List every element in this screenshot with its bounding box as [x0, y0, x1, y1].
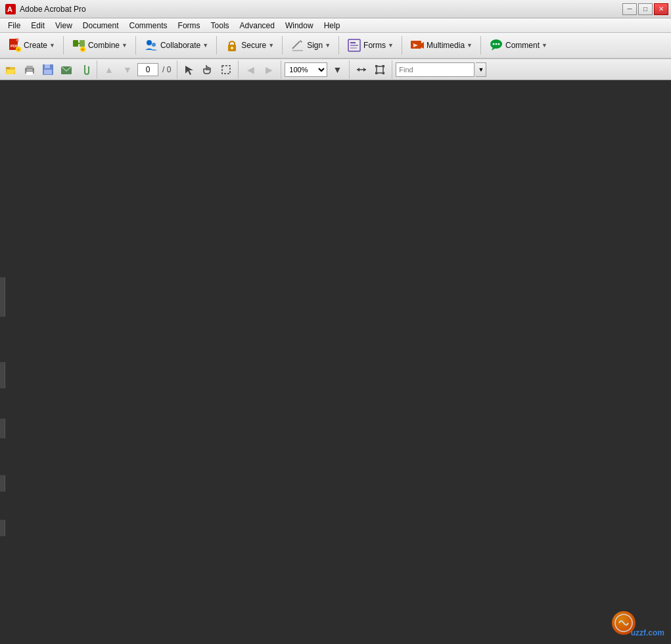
- multimedia-button[interactable]: Multimedia ▼: [405, 35, 477, 56]
- next-page-button[interactable]: ▼: [119, 62, 136, 78]
- left-panel-indicator: [0, 277, 5, 317]
- multimedia-arrow: ▼: [467, 42, 473, 49]
- combine-button[interactable]: + Combine ▼: [67, 35, 132, 56]
- sec-sep2: [177, 60, 177, 79]
- comment-arrow: ▼: [542, 42, 547, 49]
- svg-rect-38: [45, 64, 50, 68]
- menu-edit[interactable]: Edit: [26, 18, 50, 32]
- menu-document[interactable]: Document: [78, 18, 124, 32]
- window-controls: ─ □ ✕: [622, 3, 668, 15]
- main-toolbar: PDF + Create ▼ + Combine ▼: [0, 33, 671, 59]
- sec-sep6: [392, 60, 392, 79]
- secondary-toolbar: ▲ ▼ 0 / 0 ◀ ▶ 50% 75% 100% 125% 150% 200…: [0, 59, 671, 80]
- title-bar: A Adobe Acrobat Pro ─ □ ✕: [0, 0, 671, 18]
- create-button[interactable]: PDF + Create ▼: [3, 35, 60, 56]
- combine-label: Combine: [88, 41, 120, 50]
- minimize-button[interactable]: ─: [622, 3, 637, 15]
- fit-width-button[interactable]: [353, 62, 370, 78]
- sign-button[interactable]: Sign ▼: [286, 35, 335, 56]
- app-title: Adobe Acrobat Pro: [20, 5, 666, 14]
- forms-arrow: ▼: [388, 42, 394, 49]
- secure-label: Secure: [241, 41, 266, 50]
- svg-text:A: A: [7, 5, 12, 13]
- collaborate-arrow: ▼: [202, 42, 208, 49]
- select-area-button[interactable]: [218, 62, 235, 78]
- sign-arrow: ▼: [325, 42, 331, 49]
- watermark: uzzf.com: [612, 611, 664, 637]
- svg-rect-46: [377, 66, 383, 73]
- open-button[interactable]: [3, 62, 20, 78]
- save-button[interactable]: [39, 62, 57, 78]
- zoom-arrow-button[interactable]: ▼: [329, 62, 346, 78]
- svg-rect-35: [26, 72, 33, 75]
- svg-text:+: +: [17, 47, 20, 53]
- svg-point-12: [147, 40, 152, 45]
- svg-point-28: [492, 43, 494, 45]
- svg-marker-44: [357, 68, 359, 72]
- attach-button[interactable]: [76, 62, 93, 78]
- forms-label: Forms: [363, 41, 386, 50]
- forms-button[interactable]: Forms ▼: [342, 35, 398, 56]
- combine-arrow: ▼: [122, 42, 127, 49]
- main-content: uzzf.com: [0, 80, 671, 644]
- menu-window[interactable]: Window: [280, 18, 319, 32]
- menu-help[interactable]: Help: [319, 18, 346, 32]
- menu-tools[interactable]: Tools: [206, 18, 235, 32]
- email-button[interactable]: [58, 62, 75, 78]
- svg-marker-24: [421, 42, 424, 49]
- secure-arrow: ▼: [268, 42, 274, 49]
- menu-forms[interactable]: Forms: [173, 18, 206, 32]
- multimedia-label: Multimedia: [427, 41, 465, 50]
- left-panel-indicator4: [0, 475, 5, 492]
- sign-label: Sign: [307, 41, 323, 50]
- svg-rect-36: [27, 70, 32, 70]
- close-button[interactable]: ✕: [654, 3, 668, 15]
- hand-tool-button[interactable]: [199, 62, 216, 78]
- find-input[interactable]: [396, 62, 474, 77]
- sep7: [480, 36, 481, 55]
- create-icon: PDF +: [7, 38, 22, 53]
- svg-rect-3: [16, 39, 18, 41]
- create-arrow: ▼: [49, 42, 55, 49]
- collaborate-button[interactable]: Collaborate ▼: [139, 35, 213, 56]
- svg-rect-17: [300, 40, 302, 43]
- left-panel-indicator2: [0, 362, 5, 388]
- svg-rect-34: [26, 66, 33, 68]
- page-total: / 0: [160, 65, 174, 74]
- app-icon: A: [5, 4, 16, 14]
- svg-marker-45: [363, 68, 366, 72]
- sign-icon: [290, 38, 305, 53]
- maximize-button[interactable]: □: [638, 3, 653, 15]
- sec-sep3: [238, 60, 239, 79]
- print-button[interactable]: [21, 62, 38, 78]
- svg-point-30: [497, 43, 499, 45]
- menu-comments[interactable]: Comments: [124, 18, 173, 32]
- left-panel-indicator5: [0, 520, 5, 536]
- svg-rect-21: [350, 45, 358, 46]
- create-label: Create: [24, 41, 47, 50]
- combine-icon: +: [72, 38, 86, 53]
- comment-button[interactable]: Comment ▼: [484, 35, 552, 56]
- menu-advanced[interactable]: Advanced: [235, 18, 280, 32]
- watermark-text: uzzf.com: [631, 628, 664, 637]
- collaborate-icon: [144, 38, 158, 53]
- fit-page-button[interactable]: [371, 62, 388, 78]
- multimedia-icon: [410, 38, 425, 53]
- back-button[interactable]: ◀: [242, 62, 259, 78]
- sep2: [135, 36, 136, 55]
- svg-line-16: [292, 41, 300, 49]
- sep5: [338, 36, 339, 55]
- prev-page-button[interactable]: ▲: [101, 62, 118, 78]
- svg-rect-32: [6, 67, 10, 69]
- comment-label: Comment: [505, 41, 540, 50]
- zoom-select[interactable]: 50% 75% 100% 125% 150% 200%: [285, 62, 327, 77]
- secure-button[interactable]: Secure ▼: [220, 35, 279, 56]
- forward-button[interactable]: ▶: [260, 62, 277, 78]
- page-number-input[interactable]: 0: [137, 63, 158, 76]
- find-arrow-button[interactable]: ▼: [476, 62, 486, 77]
- sec-sep5: [349, 60, 350, 79]
- menu-file[interactable]: File: [3, 18, 26, 32]
- select-tool-button[interactable]: [181, 62, 198, 78]
- sec-sep1: [97, 60, 97, 79]
- menu-view[interactable]: View: [50, 18, 78, 32]
